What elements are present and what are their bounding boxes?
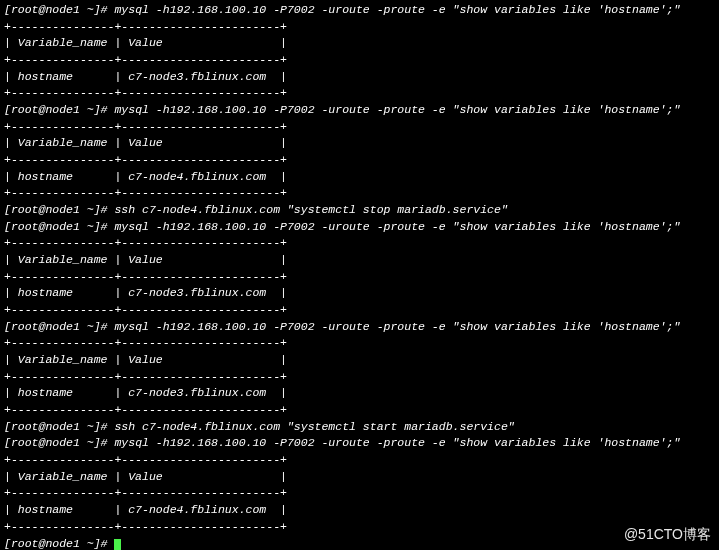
table-border: +---------------+-----------------------… bbox=[4, 269, 715, 286]
table-border: +---------------+-----------------------… bbox=[4, 152, 715, 169]
command-text: mysql -h192.168.100.10 -P7002 -uroute -p… bbox=[114, 220, 680, 233]
table-border: +---------------+-----------------------… bbox=[4, 119, 715, 136]
command-line: [root@node1 ~]# ssh c7-node4.fblinux.com… bbox=[4, 202, 715, 219]
table-border: +---------------+-----------------------… bbox=[4, 52, 715, 69]
table-row: | hostname | c7-node3.fblinux.com | bbox=[4, 69, 715, 86]
table-border: +---------------+-----------------------… bbox=[4, 19, 715, 36]
command-line: [root@node1 ~]# mysql -h192.168.100.10 -… bbox=[4, 219, 715, 236]
command-line[interactable]: [root@node1 ~]# bbox=[4, 536, 715, 551]
command-line: [root@node1 ~]# mysql -h192.168.100.10 -… bbox=[4, 102, 715, 119]
prompt: [root@node1 ~]# bbox=[4, 320, 114, 333]
table-border: +---------------+-----------------------… bbox=[4, 235, 715, 252]
watermark-text: @51CTO博客 bbox=[624, 524, 711, 544]
table-row: | hostname | c7-node4.fblinux.com | bbox=[4, 169, 715, 186]
terminal-output: [root@node1 ~]# mysql -h192.168.100.10 -… bbox=[4, 2, 715, 550]
command-text: mysql -h192.168.100.10 -P7002 -uroute -p… bbox=[114, 103, 680, 116]
command-text: mysql -h192.168.100.10 -P7002 -uroute -p… bbox=[114, 320, 680, 333]
command-text: ssh c7-node4.fblinux.com "systemctl stop… bbox=[114, 203, 507, 216]
prompt: [root@node1 ~]# bbox=[4, 420, 114, 433]
table-row: | hostname | c7-node4.fblinux.com | bbox=[4, 502, 715, 519]
prompt: [root@node1 ~]# bbox=[4, 3, 114, 16]
table-header: | Variable_name | Value | bbox=[4, 252, 715, 269]
prompt: [root@node1 ~]# bbox=[4, 537, 114, 550]
command-line: [root@node1 ~]# mysql -h192.168.100.10 -… bbox=[4, 319, 715, 336]
prompt: [root@node1 ~]# bbox=[4, 436, 114, 449]
command-text: mysql -h192.168.100.10 -P7002 -uroute -p… bbox=[114, 3, 680, 16]
cursor-icon bbox=[114, 539, 121, 550]
command-text: ssh c7-node4.fblinux.com "systemctl star… bbox=[114, 420, 514, 433]
table-row: | hostname | c7-node3.fblinux.com | bbox=[4, 385, 715, 402]
table-border: +---------------+-----------------------… bbox=[4, 402, 715, 419]
table-border: +---------------+-----------------------… bbox=[4, 85, 715, 102]
prompt: [root@node1 ~]# bbox=[4, 203, 114, 216]
command-line: [root@node1 ~]# mysql -h192.168.100.10 -… bbox=[4, 435, 715, 452]
table-row: | hostname | c7-node3.fblinux.com | bbox=[4, 285, 715, 302]
table-border: +---------------+-----------------------… bbox=[4, 452, 715, 469]
table-header: | Variable_name | Value | bbox=[4, 135, 715, 152]
table-border: +---------------+-----------------------… bbox=[4, 485, 715, 502]
table-header: | Variable_name | Value | bbox=[4, 352, 715, 369]
table-border: +---------------+-----------------------… bbox=[4, 519, 715, 536]
prompt: [root@node1 ~]# bbox=[4, 103, 114, 116]
table-border: +---------------+-----------------------… bbox=[4, 369, 715, 386]
table-header: | Variable_name | Value | bbox=[4, 469, 715, 486]
prompt: [root@node1 ~]# bbox=[4, 220, 114, 233]
table-border: +---------------+-----------------------… bbox=[4, 185, 715, 202]
command-line: [root@node1 ~]# ssh c7-node4.fblinux.com… bbox=[4, 419, 715, 436]
command-text: mysql -h192.168.100.10 -P7002 -uroute -p… bbox=[114, 436, 680, 449]
command-line: [root@node1 ~]# mysql -h192.168.100.10 -… bbox=[4, 2, 715, 19]
table-border: +---------------+-----------------------… bbox=[4, 335, 715, 352]
table-border: +---------------+-----------------------… bbox=[4, 302, 715, 319]
table-header: | Variable_name | Value | bbox=[4, 35, 715, 52]
